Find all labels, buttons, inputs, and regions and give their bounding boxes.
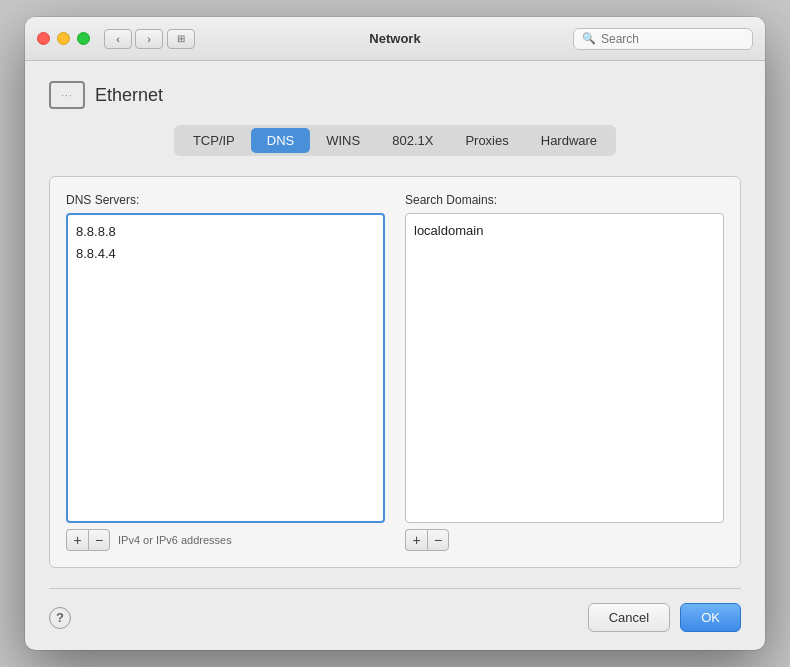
network-window: ‹ › ⊞ Network 🔍 Ethernet TCP/IP DNS WINS… <box>25 17 765 650</box>
search-domains-list[interactable]: localdomain <box>405 213 724 523</box>
close-button[interactable] <box>37 32 50 45</box>
columns: DNS Servers: 8.8.8.8 8.8.4.4 + − IPv4 or… <box>66 193 724 551</box>
search-domains-actions: + − <box>405 529 724 551</box>
search-box[interactable]: 🔍 <box>573 28 753 50</box>
dns-add-button[interactable]: + <box>66 529 88 551</box>
dns-servers-list[interactable]: 8.8.8.8 8.8.4.4 <box>66 213 385 523</box>
back-button[interactable]: ‹ <box>104 29 132 49</box>
domain-remove-button[interactable]: − <box>427 529 449 551</box>
ethernet-icon <box>49 81 85 109</box>
maximize-button[interactable] <box>77 32 90 45</box>
domain-add-button[interactable]: + <box>405 529 427 551</box>
tab-tcpip[interactable]: TCP/IP <box>177 128 251 153</box>
ok-button[interactable]: OK <box>680 603 741 632</box>
search-domains-column: Search Domains: localdomain + − <box>405 193 724 551</box>
tab-proxies[interactable]: Proxies <box>449 128 524 153</box>
grid-button[interactable]: ⊞ <box>167 29 195 49</box>
titlebar: ‹ › ⊞ Network 🔍 <box>25 17 765 61</box>
tab-wins[interactable]: WINS <box>310 128 376 153</box>
section-header: Ethernet <box>49 81 741 109</box>
dns-servers-column: DNS Servers: 8.8.8.8 8.8.4.4 + − IPv4 or… <box>66 193 385 551</box>
minimize-button[interactable] <box>57 32 70 45</box>
forward-button[interactable]: › <box>135 29 163 49</box>
dns-servers-label: DNS Servers: <box>66 193 385 207</box>
tab-bar: TCP/IP DNS WINS 802.1X Proxies Hardware <box>174 125 616 156</box>
search-domains-label: Search Domains: <box>405 193 724 207</box>
footer-buttons: Cancel OK <box>588 603 741 632</box>
dns-panel: DNS Servers: 8.8.8.8 8.8.4.4 + − IPv4 or… <box>49 176 741 568</box>
list-item: 8.8.8.8 <box>76 221 375 243</box>
action-hint: IPv4 or IPv6 addresses <box>118 534 232 546</box>
tab-8021x[interactable]: 802.1X <box>376 128 449 153</box>
help-button[interactable]: ? <box>49 607 71 629</box>
nav-buttons: ‹ › <box>104 29 163 49</box>
window-title: Network <box>369 31 420 46</box>
list-item: 8.8.4.4 <box>76 243 375 265</box>
footer: ? Cancel OK <box>25 589 765 650</box>
list-item: localdomain <box>414 220 715 242</box>
main-content: Ethernet TCP/IP DNS WINS 802.1X Proxies … <box>25 61 765 588</box>
cancel-button[interactable]: Cancel <box>588 603 670 632</box>
dns-remove-button[interactable]: − <box>88 529 110 551</box>
dns-servers-actions: + − IPv4 or IPv6 addresses <box>66 529 385 551</box>
tab-hardware[interactable]: Hardware <box>525 128 613 153</box>
search-input[interactable] <box>601 32 744 46</box>
traffic-lights <box>37 32 90 45</box>
section-title: Ethernet <box>95 85 163 106</box>
tab-dns[interactable]: DNS <box>251 128 310 153</box>
search-icon: 🔍 <box>582 32 596 45</box>
